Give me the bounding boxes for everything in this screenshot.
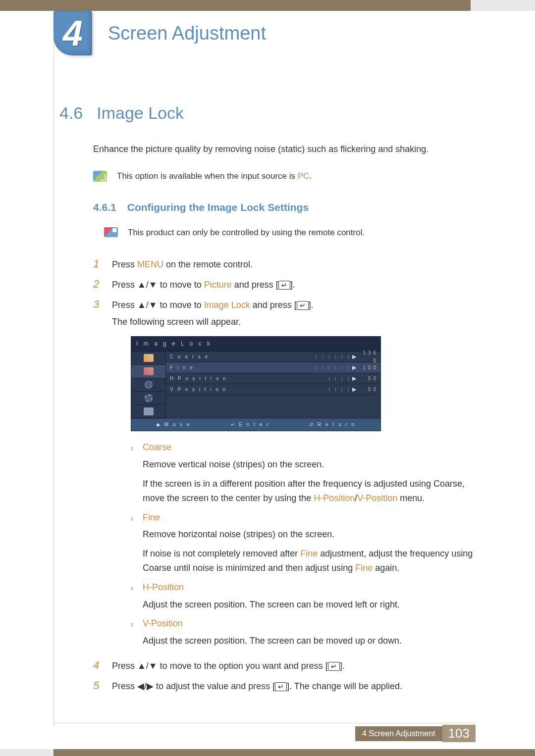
enter-icon: ↵ bbox=[297, 301, 309, 310]
chapter-header: 4 Screen Adjustment bbox=[0, 11, 535, 44]
note-text: This option is available when the input … bbox=[117, 170, 312, 183]
bullet-title: Fine bbox=[143, 510, 160, 525]
enter-icon: ↵ bbox=[278, 281, 290, 290]
note-suffix: . bbox=[309, 171, 312, 181]
note-remote-control: This product can only be controlled by u… bbox=[104, 226, 476, 239]
step-text: ]. bbox=[290, 280, 295, 290]
bullet-text-part: If noise is not completely removed after bbox=[143, 549, 300, 558]
osd-value: 1 3 6 0 bbox=[360, 349, 376, 365]
osd-ticks bbox=[237, 377, 349, 381]
step-text: ]. The change will be applied. bbox=[287, 681, 402, 691]
left-margin-rule bbox=[54, 11, 54, 726]
updown-arrows-icon: ▲/▼ bbox=[137, 280, 158, 290]
step-number: 1 bbox=[93, 257, 103, 270]
bullet-mark-icon: z bbox=[131, 621, 136, 629]
osd-row-coarse: C o a r s e ▶ 1 3 6 0 bbox=[166, 352, 380, 362]
osd-ticks bbox=[237, 388, 349, 392]
osd-ticks bbox=[237, 366, 349, 370]
circle-icon bbox=[145, 381, 153, 389]
step-body: Press ◀/▶ to adjust the value and press … bbox=[112, 679, 476, 694]
osd-footer-label: R e t u r n bbox=[318, 422, 356, 427]
section-title: Image Lock bbox=[97, 103, 184, 123]
osd-row-vposition: V P o s i t i o n ▶ 5 0 bbox=[166, 384, 380, 395]
bottom-accent-bar bbox=[0, 749, 535, 756]
section-intro: Enhance the picture quality by removing … bbox=[93, 143, 476, 156]
right-arrow-icon: ▶ bbox=[352, 353, 357, 361]
remote-control-icon bbox=[104, 227, 118, 237]
step-text: Press bbox=[112, 300, 137, 310]
enter-icon: ↵ bbox=[275, 682, 287, 691]
step-text: to adjust the value and press [ bbox=[154, 681, 275, 691]
step-number: 3 bbox=[93, 298, 103, 311]
step-text: and press [ bbox=[232, 280, 278, 290]
osd-label: H P o s i t i o n bbox=[170, 375, 234, 383]
bullet-text: Adjust the screen position. The screen c… bbox=[143, 598, 476, 612]
page-footer: 4 Screen Adjustment 103 bbox=[355, 725, 476, 742]
bullet-text: If the screen is in a different position… bbox=[143, 477, 476, 505]
step-highlight: Image Lock bbox=[204, 300, 250, 310]
enter-icon: ↵ bbox=[328, 662, 340, 671]
chapter-number-badge: 4 bbox=[54, 11, 92, 55]
step-text: to move to bbox=[158, 280, 204, 290]
step-4: 4 Press ▲/▼ to move to the option you wa… bbox=[93, 659, 476, 673]
footer-chapter-label: 4 Screen Adjustment bbox=[355, 726, 442, 741]
osd-main: C o a r s e ▶ 1 3 6 0 F i n e ▶ 1 0 0 bbox=[166, 352, 380, 419]
bullet-coarse: z Coarse Remove vertical noise (stripes)… bbox=[131, 440, 476, 505]
step-body: Press ▲/▼ to move to Picture and press [… bbox=[112, 278, 476, 292]
step-text: ]. bbox=[309, 300, 314, 310]
osd-footer-enter: ↵ E n t e r bbox=[231, 421, 270, 429]
step-text: to move to the option you want and press… bbox=[158, 661, 328, 671]
bullet-mark-icon: z bbox=[131, 585, 136, 593]
bullet-text-part: menu. bbox=[397, 493, 425, 503]
osd-value: 5 0 bbox=[360, 375, 376, 383]
bullet-text: If noise is not completely removed after… bbox=[143, 547, 476, 575]
osd-row-hposition: H P o s i t i o n ▶ 5 0 bbox=[166, 373, 380, 384]
osd-menu-screenshot: I m a g e L o c k C o bbox=[131, 336, 381, 431]
option-descriptions: z Coarse Remove vertical noise (stripes)… bbox=[131, 440, 476, 648]
osd-row-fine: F i n e ▶ 1 0 0 bbox=[166, 362, 380, 373]
updown-arrows-icon: ▲/▼ bbox=[137, 300, 158, 310]
step-text: and press [ bbox=[250, 300, 297, 310]
step-body: Press ▲/▼ to move to Image Lock and pres… bbox=[112, 298, 476, 653]
step-3: 3 Press ▲/▼ to move to Image Lock and pr… bbox=[93, 298, 476, 653]
instruction-steps: 1 Press MENU on the remote control. 2 Pr… bbox=[93, 257, 476, 694]
step-number: 5 bbox=[93, 679, 103, 692]
osd-label: V P o s i t i o n bbox=[170, 386, 234, 394]
gear-icon bbox=[145, 394, 153, 402]
bullet-text: Remove horizontal noise (stripes) on the… bbox=[143, 527, 476, 542]
subsection-title: Configuring the Image Lock Settings bbox=[127, 202, 309, 213]
step-number: 4 bbox=[93, 659, 103, 672]
document-page: 4 Screen Adjustment 4.6 Image Lock Enhan… bbox=[0, 0, 535, 756]
osd-body: C o a r s e ▶ 1 3 6 0 F i n e ▶ 1 0 0 bbox=[131, 352, 380, 419]
bullet-highlight: Fine bbox=[300, 549, 318, 558]
bullet-mark-icon: z bbox=[131, 445, 136, 453]
bullet-highlight: Fine bbox=[355, 563, 373, 573]
osd-label: C o a r s e bbox=[170, 353, 234, 361]
step-1: 1 Press MENU on the remote control. bbox=[93, 257, 476, 272]
step-body: Press ▲/▼ to move to the option you want… bbox=[112, 659, 476, 673]
osd-value: 1 0 0 bbox=[360, 364, 376, 372]
note-highlight: PC bbox=[298, 171, 310, 181]
step-highlight: Picture bbox=[204, 280, 232, 290]
bullet-highlight: H-Position bbox=[314, 493, 355, 503]
section-number: 4.6 bbox=[59, 103, 83, 123]
osd-footer-move: ◆ M o v e bbox=[156, 421, 191, 429]
step-text: Press bbox=[112, 280, 137, 290]
chapter-title: Screen Adjustment bbox=[108, 16, 266, 44]
osd-sidebar bbox=[131, 352, 166, 419]
step-highlight: MENU bbox=[137, 259, 163, 269]
right-arrow-icon: ▶ bbox=[352, 363, 357, 372]
note-icon bbox=[93, 171, 107, 182]
bullet-text-part: again. bbox=[373, 563, 399, 573]
osd-tab-multi bbox=[131, 405, 165, 418]
osd-footer: ◆ M o v e ↵ E n t e r ↺ R e t u r n bbox=[131, 419, 380, 431]
bullet-mark-icon: z bbox=[131, 515, 136, 523]
picture-icon bbox=[144, 354, 154, 362]
step-text: Press bbox=[112, 681, 137, 691]
step-text: Press bbox=[112, 661, 137, 671]
screen-icon bbox=[144, 367, 154, 375]
step-2: 2 Press ▲/▼ to move to Picture and press… bbox=[93, 278, 476, 292]
leftright-arrows-icon: ◀/▶ bbox=[137, 681, 154, 691]
page-content: 4.6 Image Lock Enhance the picture quali… bbox=[0, 44, 535, 694]
right-arrow-icon: ▶ bbox=[352, 374, 357, 383]
